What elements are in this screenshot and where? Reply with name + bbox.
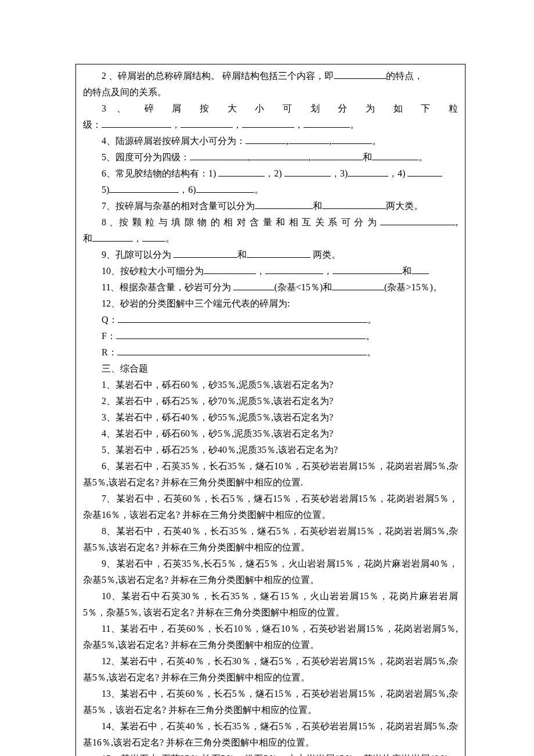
q11-prefix: 11、根据杂基含量，砂岩可分为 [102, 282, 233, 292]
q4-prefix: 4、陆源碎屑岩按碎屑大小可分为： [102, 136, 246, 146]
question-8-line1: 8 、按 颗 粒 与 填 隙 物 的 相 对 含 量 和 相 互 关 系 可 分… [83, 214, 458, 231]
q5-and: 和 [363, 152, 372, 162]
blank[interactable] [196, 184, 254, 193]
blank[interactable] [92, 233, 133, 242]
blank[interactable] [412, 265, 429, 274]
q6-line2-prefix: 5) [102, 185, 109, 195]
q8-line1: 8 、按 颗 粒 与 填 隙 物 的 相 对 含 量 和 相 互 关 系 可 分… [102, 217, 380, 227]
blank[interactable] [247, 249, 311, 258]
q5-prefix: 5、园度可分为四级： [102, 152, 190, 162]
blank[interactable] [331, 135, 372, 144]
question-4: 4、陆源碎屑岩按碎屑大小可分为：,,。 [83, 133, 458, 149]
blank[interactable] [218, 168, 265, 177]
blank[interactable] [304, 119, 350, 128]
q7-and: 和 [313, 201, 322, 211]
blank[interactable] [118, 314, 367, 323]
comp-q6: 6、某岩石中，石英35％，长石35％，燧石10％，石英砂岩岩屑15％，花岗岩岩屑… [83, 458, 458, 491]
blank[interactable] [181, 119, 233, 128]
blank[interactable] [372, 152, 418, 160]
question-12-main: 12、砂岩的分类图解中三个端元代表的碎屑为: [83, 296, 458, 312]
blank[interactable] [333, 265, 402, 274]
q3-prefix: 级： [83, 120, 102, 129]
question-12-F: F：。 [83, 328, 458, 344]
blank[interactable] [284, 168, 331, 177]
q9-and: 和 [237, 250, 247, 260]
q6-prefix: 6、常见胶结物的结构有：1) [102, 168, 218, 178]
section-3-title: 三、综合题 [83, 361, 458, 377]
question-11: 11、根据杂基含量，砂岩可分为 (杂基<15％)和(杂基>15％)。 [83, 279, 458, 296]
q10-and: 和 [402, 266, 412, 276]
comp-q7: 7、某岩石中，石英60％，长石5％，燧石15％，石英砂岩岩屑15％，花岗岩岩屑5… [83, 491, 458, 523]
blank[interactable] [322, 200, 386, 209]
q12-R-label: R： [102, 347, 117, 357]
comp-q10: 10、某岩石中石英30％，长石35％，燧石15％，火山岩岩屑15％，花岗片麻岩岩… [83, 588, 458, 621]
q6-sep3: ，3) [331, 168, 348, 178]
blank[interactable] [242, 119, 294, 128]
q7-suffix: 两大类。 [386, 201, 423, 211]
question-3-line2: 级：，，，。 [83, 117, 458, 133]
q12-F-label: F： [102, 331, 116, 341]
comp-q4: 4、某岩石中，砾石60％，砂5％,泥质35％,该岩石定名为? [83, 426, 458, 442]
question-10: 10、按砂粒大小可细分为，，和 [83, 263, 458, 279]
blank[interactable] [246, 135, 286, 144]
blank[interactable] [174, 249, 237, 258]
blank[interactable] [332, 282, 384, 290]
question-2-line2: 的特点及间的关系。 [83, 84, 458, 100]
comp-q1: 1、某岩石中，砾石60％，砂35％,泥质5％,该岩石定名为? [83, 377, 458, 393]
blank[interactable] [102, 119, 171, 128]
q9-suffix: 两类。 [311, 250, 341, 260]
q12-Q-label: Q： [102, 315, 118, 325]
q11-suffix: (杂基>15％)。 [384, 282, 442, 292]
q6-sep2: ，2) [265, 168, 284, 178]
comp-q9: 9、某岩石中，石英35％,长石5％，燧石5％，火山岩岩屑15％，花岗片麻岩岩屑4… [83, 556, 458, 588]
comp-q2: 2、某岩石中，砾石25％，砂70％,泥质5％,该岩石定名为? [83, 393, 458, 409]
blank[interactable] [109, 184, 179, 193]
q9-prefix: 9、孔隙可以分为 [102, 250, 174, 260]
blank[interactable] [250, 152, 308, 160]
comp-q5: 5、某岩石中，砾石25％，砂40％,泥质35％,该岩石定名为? [83, 442, 458, 458]
blank[interactable] [204, 265, 256, 274]
comp-q11: 11、某岩石中，石英60％，长石10％，燧石10％，石英砂岩岩屑15％，花岗岩岩… [83, 621, 458, 653]
question-7: 7、按碎屑与杂基的相对含量可以分为和两大类。 [83, 198, 458, 214]
blank[interactable] [117, 347, 367, 355]
comp-q8: 8、某岩石中，石英40％，长石35％，燧石5％，石英砂岩岩屑15％，花岗岩岩屑5… [83, 523, 458, 556]
q10-prefix: 10、按砂粒大小可细分为 [102, 266, 204, 276]
blank[interactable] [265, 265, 323, 274]
comp-q15: 15、某岩石中,石英35％,长石5％，燧石5％，火山岩岩屑15％，花岗片麻岩岩屑… [83, 751, 458, 756]
question-2-line1: 2 、碎屑岩的总称碎屑结构。 碎屑结构包括三个内容，即的特点， [83, 68, 458, 84]
blank[interactable] [334, 70, 386, 79]
question-8-line2: 和，。 [83, 231, 458, 247]
comp-q12: 12、某岩石中，石英40％，长石30％，燧石5％，石英砂岩岩屑15％，花岗岩岩屑… [83, 653, 458, 686]
q2-prefix: 2 、碎屑岩的总称碎屑结构。 碎屑结构包括三个内容，即 [102, 71, 334, 81]
question-5: 5、园度可分为四级：,,和。 [83, 149, 458, 165]
document-page: 2 、碎屑岩的总称碎屑结构。 碎屑结构包括三个内容，即的特点， 的特点及间的关系… [75, 64, 466, 756]
blank[interactable] [190, 152, 248, 160]
q7-prefix: 7、按碎屑与杂基的相对含量可以分为 [102, 201, 255, 211]
question-9: 9、孔隙可以分为 和 两类。 [83, 247, 458, 263]
q8-line2-prefix: 和 [83, 233, 92, 243]
blank[interactable] [288, 135, 329, 144]
question-12-R: R：。 [83, 344, 458, 361]
question-3-line1: 3 、 碎 屑 按 大 小 可 划 分 为 如 下 粒 [83, 100, 458, 117]
comp-q3: 3、某岩石中，砾石40％，砂55％,泥质5％,该岩石定名为? [83, 409, 458, 426]
comp-q14: 14、某岩石中，石英40％，长石35％，燧石5％，石英砂岩岩屑15％，花岗岩岩屑… [83, 718, 458, 751]
blank[interactable] [255, 200, 313, 209]
q11-mid1: (杂基<15％)和 [274, 282, 332, 292]
blank[interactable] [407, 168, 442, 177]
blank[interactable] [348, 168, 388, 177]
blank[interactable] [233, 282, 274, 290]
q6-sep4: ，4) [388, 168, 407, 178]
question-6-line2: 5)，6)。 [83, 182, 458, 198]
question-12-Q: Q：。 [83, 312, 458, 328]
blank[interactable] [380, 217, 456, 225]
blank[interactable] [116, 330, 366, 339]
q2-suffix1: 的特点， [386, 71, 423, 81]
blank[interactable] [142, 233, 165, 242]
q6-sep6: ，6) [179, 185, 196, 195]
comp-q13: 13、某岩石中，石英60％，长石5％，燧石15％，石英砂岩岩屑15％，花岗岩岩屑… [83, 686, 458, 718]
question-6-line1: 6、常见胶结物的结构有：1) ，2) ，3)，4) [83, 165, 458, 182]
blank[interactable] [311, 152, 363, 160]
